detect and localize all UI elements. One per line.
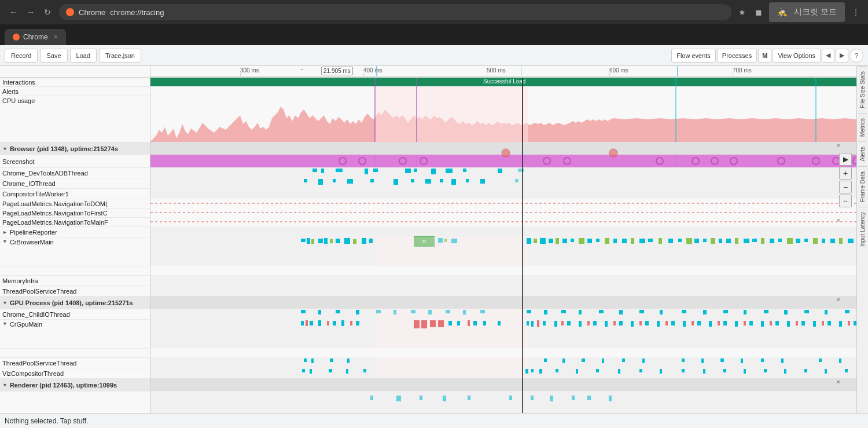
- save-button[interactable]: Save: [40, 49, 67, 63]
- sidebar-row-pipeline: ► PipelineReporter: [0, 227, 150, 237]
- svg-text:Successful Load: Successful Load: [483, 78, 525, 85]
- sidebar-row-nav-first: PageLoadMetrics.NavigationToFirstC: [0, 208, 150, 218]
- sidebar-row-io: Chrome_IOThread: [0, 178, 150, 189]
- sidebar-section-gpu[interactable]: ▼ GPU Process (pid 1408), uptime:215271s: [0, 297, 150, 309]
- svg-rect-257: [723, 369, 726, 372]
- sidebar-row-empty1: [0, 266, 150, 276]
- svg-rect-256: [703, 369, 705, 374]
- pipeline-arrow: ►: [2, 229, 8, 235]
- svg-rect-148: [723, 310, 728, 313]
- svg-rect-230: [682, 359, 685, 362]
- profile-icon[interactable]: ◼: [753, 5, 764, 19]
- timeline-svg: Successful Load: [150, 78, 856, 413]
- m-button[interactable]: M: [758, 49, 771, 63]
- svg-rect-232: [720, 359, 724, 362]
- alerts-tab[interactable]: Alerts: [858, 141, 867, 166]
- frame-data-tab[interactable]: Frame Data: [858, 166, 867, 207]
- help-button[interactable]: ?: [849, 49, 863, 63]
- processes-button[interactable]: Processes: [717, 49, 757, 63]
- svg-rect-180: [543, 321, 546, 325]
- secret-icon: 🕵: [775, 5, 789, 19]
- cursor-mode-button[interactable]: ▶: [839, 153, 852, 166]
- svg-rect-267: [396, 396, 401, 401]
- browser-section-close[interactable]: ×: [837, 142, 840, 149]
- svg-rect-102: [703, 239, 707, 242]
- menu-icon[interactable]: ⋮: [849, 5, 862, 19]
- reload-button[interactable]: ↻: [41, 5, 54, 19]
- active-tab[interactable]: Chrome ×: [5, 29, 66, 45]
- svg-rect-93: [622, 239, 627, 243]
- tab-close-icon[interactable]: ×: [54, 33, 58, 41]
- crbrowser-arrow: ▼: [2, 239, 8, 244]
- flow-events-button[interactable]: Flow events: [671, 49, 716, 63]
- svg-rect-265: [150, 391, 856, 413]
- svg-rect-244: [346, 369, 348, 374]
- svg-rect-170: [438, 320, 444, 327]
- svg-rect-127: [318, 310, 321, 314]
- svg-rect-103: [711, 238, 715, 244]
- pipeline-label: PipelineReporter: [10, 229, 57, 236]
- svg-rect-118: [839, 238, 843, 244]
- svg-rect-81: [527, 238, 531, 244]
- svg-rect-177: [527, 321, 529, 325]
- svg-rect-31: [336, 169, 343, 172]
- interactions-label: Interactions: [2, 79, 35, 86]
- svg-rect-264: [150, 378, 856, 391]
- address-bar[interactable]: Chrome chrome://tracing: [59, 4, 731, 20]
- svg-rect-255: [682, 369, 685, 372]
- svg-rect-182: [561, 321, 564, 325]
- svg-rect-179: [537, 320, 539, 327]
- svg-rect-62: [150, 226, 856, 237]
- svg-rect-51: [451, 179, 456, 185]
- load-button[interactable]: Load: [70, 49, 97, 63]
- zoom-out-button[interactable]: −: [839, 181, 852, 193]
- browser-section-close2[interactable]: ×: [837, 217, 840, 224]
- gpu-section-close[interactable]: ×: [837, 296, 840, 303]
- record-button[interactable]: Record: [5, 49, 38, 63]
- input-latency-tab[interactable]: Input Latency: [858, 207, 867, 251]
- secret-mode-button[interactable]: 🕵 시크릿 모드: [769, 2, 845, 22]
- svg-rect-36: [431, 169, 436, 174]
- view-options-button[interactable]: View Options: [773, 49, 821, 63]
- svg-rect-95: [639, 239, 645, 243]
- bookmark-icon[interactable]: ★: [736, 5, 748, 19]
- timeline-forward-button[interactable]: ▶: [836, 49, 848, 63]
- svg-rect-129: [356, 310, 359, 314]
- svg-rect-101: [694, 239, 699, 243]
- timeline-area[interactable]: Successful Load: [150, 78, 856, 413]
- back-button[interactable]: ←: [6, 5, 21, 19]
- svg-rect-109: [761, 238, 764, 244]
- svg-rect-195: [671, 321, 675, 325]
- svg-rect-224: [544, 359, 547, 362]
- svg-rect-100: [686, 238, 692, 244]
- sidebar-row-crgpu: ▼ CrGpuMain: [0, 320, 150, 349]
- svg-rect-223: [347, 359, 350, 363]
- svg-rect-178: [531, 321, 534, 327]
- alerts-label: Alerts: [2, 88, 19, 95]
- child-io-label: Chrome_ChildIOThread: [2, 311, 70, 318]
- renderer-section-close[interactable]: ×: [837, 378, 840, 385]
- zoom-fit-button[interactable]: ↔: [839, 195, 852, 207]
- svg-rect-191: [639, 321, 642, 325]
- forward-button[interactable]: →: [23, 5, 38, 19]
- svg-rect-221: [311, 359, 314, 363]
- svg-rect-167: [414, 320, 420, 328]
- trace-json-button[interactable]: Trace.json: [99, 49, 141, 63]
- sidebar-section-browser[interactable]: ▼ Browser (pid 1348), uptime:215274s: [0, 142, 150, 155]
- svg-rect-166: [356, 321, 359, 325]
- svg-rect-272: [531, 396, 534, 400]
- svg-rect-261: [804, 369, 807, 372]
- timeline-back-button[interactable]: ◀: [822, 49, 834, 63]
- sidebar-section-renderer[interactable]: ▼ Renderer (pid 12463), uptime:1099s: [0, 379, 150, 392]
- svg-rect-207: [775, 321, 779, 325]
- metrics-tab[interactable]: Metrics: [858, 113, 867, 141]
- svg-rect-273: [550, 396, 553, 401]
- svg-rect-171: [448, 321, 452, 325]
- sidebar-row-compositor: CompositorTileWorker1: [0, 189, 150, 199]
- svg-rect-196: [683, 321, 686, 327]
- file-size-stats-tab[interactable]: File Size Stats: [858, 66, 867, 113]
- svg-rect-215: [848, 321, 850, 325]
- svg-rect-159: [306, 320, 308, 326]
- zoom-in-button[interactable]: +: [839, 167, 852, 180]
- threadpool-label: ThreadPoolServiceThread: [2, 288, 76, 295]
